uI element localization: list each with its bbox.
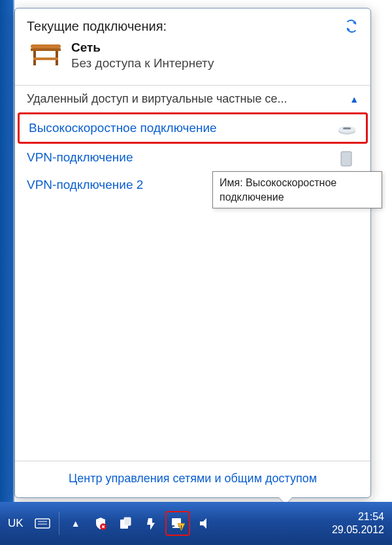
- svg-rect-10: [341, 152, 351, 166]
- device-tray-icon[interactable]: [117, 516, 134, 531]
- svg-rect-3: [31, 48, 61, 51]
- network-center-link[interactable]: Центр управления сетями и общим доступом: [69, 472, 317, 485]
- network-tray-icon[interactable]: !: [165, 511, 190, 536]
- server-icon: [339, 150, 359, 165]
- svg-rect-21: [174, 525, 178, 527]
- connection-item-vpn-1[interactable]: VPN-подключение: [15, 144, 370, 171]
- connection-label: VPN-подключение: [27, 150, 133, 165]
- volume-tray-icon[interactable]: [197, 516, 214, 531]
- svg-text:!: !: [180, 524, 182, 531]
- svg-rect-6: [33, 58, 58, 60]
- section-header-label: Удаленный доступ и виртуальные частные с…: [27, 92, 287, 106]
- clock-time: 21:54: [332, 510, 384, 523]
- modem-icon: [337, 121, 357, 135]
- flyout-title: Текущие подключения:: [27, 19, 167, 34]
- svg-rect-2: [31, 44, 61, 48]
- clock-date: 29.05.2012: [332, 523, 384, 537]
- window-edge: [0, 0, 14, 502]
- network-flyout: Текущие подключения:: [14, 8, 371, 498]
- refresh-icon[interactable]: [344, 19, 359, 33]
- network-name: Сеть: [71, 41, 214, 55]
- connection-label: VPN-подключение 2: [27, 178, 143, 192]
- security-tray-icon[interactable]: [92, 516, 109, 531]
- language-indicator[interactable]: UK: [8, 517, 24, 530]
- section-header-dialup-vpn[interactable]: Удаленный доступ и виртуальные частные с…: [15, 86, 370, 112]
- power-tray-icon[interactable]: [142, 516, 159, 531]
- network-icon: [29, 41, 62, 67]
- keyboard-icon[interactable]: [34, 516, 51, 531]
- taskbar: UK ▲: [0, 502, 392, 545]
- taskbar-divider: [59, 512, 59, 535]
- tray-overflow-icon[interactable]: ▲: [67, 516, 84, 531]
- connection-item-broadband[interactable]: Высокоскоростное подключение: [18, 112, 368, 144]
- svg-rect-9: [343, 127, 351, 129]
- tooltip: Имя: Высокоскоростное подключение: [212, 171, 382, 208]
- taskbar-clock[interactable]: 21:54 29.05.2012: [332, 510, 384, 537]
- connection-label: Высокоскоростное подключение: [29, 121, 217, 135]
- svg-rect-22: [172, 527, 180, 528]
- network-status: Без доступа к Интернету: [71, 56, 214, 71]
- svg-marker-25: [200, 518, 206, 529]
- svg-rect-19: [124, 518, 131, 525]
- svg-rect-14: [35, 519, 50, 528]
- chevron-up-icon: ▲: [350, 94, 359, 105]
